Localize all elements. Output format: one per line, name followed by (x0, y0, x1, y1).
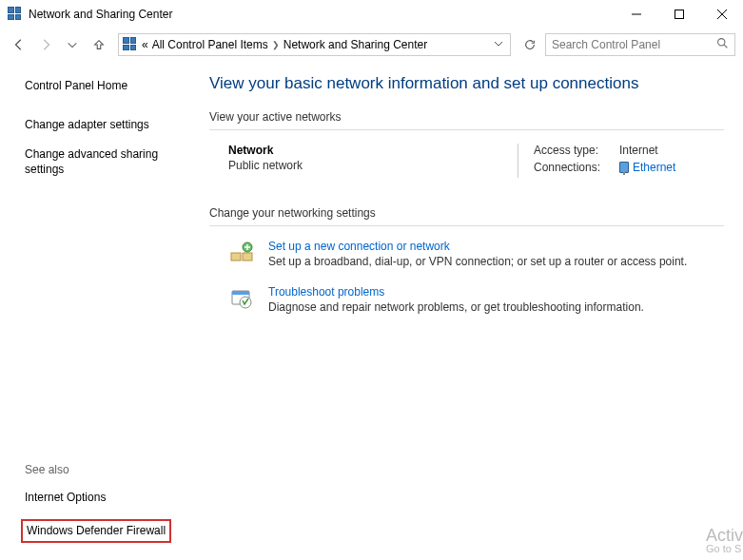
network-name: Network (228, 144, 502, 157)
search-input[interactable]: Search Control Panel (545, 33, 735, 56)
back-button[interactable] (8, 33, 30, 56)
troubleshoot-icon (228, 285, 255, 312)
sidebar-advanced-sharing[interactable]: Change advanced sharing settings (25, 146, 190, 179)
main-panel: View your basic network information and … (200, 61, 743, 560)
change-settings-label: Change your networking settings (209, 206, 724, 220)
forward-button[interactable] (34, 33, 57, 56)
action-setup-connection: Set up a new connection or network Set u… (228, 240, 724, 268)
page-heading: View your basic network information and … (209, 74, 724, 93)
troubleshoot-link[interactable]: Troubleshoot problems (268, 285, 644, 299)
setup-connection-icon (228, 240, 255, 266)
sidebar: Control Panel Home Change adapter settin… (0, 61, 200, 560)
svg-rect-7 (243, 253, 252, 261)
connection-link[interactable]: Ethernet (619, 161, 675, 174)
chevron-right-icon: ❯ (272, 40, 280, 49)
svg-rect-6 (231, 253, 241, 261)
recent-dropdown[interactable] (61, 33, 84, 56)
close-button[interactable] (700, 0, 743, 29)
see-also-label: See also (25, 463, 190, 476)
svg-point-4 (718, 39, 725, 46)
window-title: Network and Sharing Center (29, 8, 615, 21)
divider (209, 225, 724, 226)
network-row: Network Public network Access type: Inte… (228, 144, 724, 178)
see-also-firewall[interactable]: Windows Defender Firewall (25, 519, 190, 543)
search-placeholder: Search Control Panel (552, 38, 716, 51)
svg-line-5 (724, 45, 727, 48)
breadcrumb-item[interactable]: Network and Sharing Center (284, 38, 427, 51)
up-button[interactable] (88, 33, 110, 56)
search-icon (716, 37, 729, 52)
address-dropdown[interactable] (491, 38, 506, 51)
minimize-button[interactable] (615, 0, 657, 29)
vertical-divider (518, 144, 518, 178)
access-type-label: Access type: (534, 144, 619, 157)
connections-label: Connections: (534, 161, 619, 174)
network-type: Public network (228, 159, 502, 172)
title-bar: Network and Sharing Center (0, 0, 743, 29)
setup-connection-desc: Set up a broadband, dial-up, or VPN conn… (268, 255, 687, 268)
setup-connection-link[interactable]: Set up a new connection or network (268, 240, 687, 253)
breadcrumb-prefix: « (142, 38, 148, 51)
svg-rect-10 (232, 291, 249, 295)
maximize-button[interactable] (657, 0, 700, 29)
refresh-button[interactable] (518, 33, 541, 56)
ethernet-icon (619, 162, 629, 173)
action-troubleshoot: Troubleshoot problems Diagnose and repai… (228, 285, 724, 314)
nav-toolbar: « All Control Panel Items ❯ Network and … (0, 29, 743, 61)
see-also-internet-options[interactable]: Internet Options (25, 490, 190, 506)
app-icon (8, 7, 23, 22)
svg-rect-1 (675, 10, 683, 19)
troubleshoot-desc: Diagnose and repair network problems, or… (268, 300, 644, 314)
access-type-value: Internet (619, 144, 658, 157)
address-bar[interactable]: « All Control Panel Items ❯ Network and … (118, 33, 511, 56)
active-networks-label: View your active networks (209, 110, 724, 124)
sidebar-home[interactable]: Control Panel Home (25, 78, 190, 94)
sidebar-adapter-settings[interactable]: Change adapter settings (25, 117, 190, 133)
location-icon (123, 37, 138, 52)
breadcrumb-item[interactable]: All Control Panel Items (152, 38, 268, 51)
divider (209, 129, 724, 130)
